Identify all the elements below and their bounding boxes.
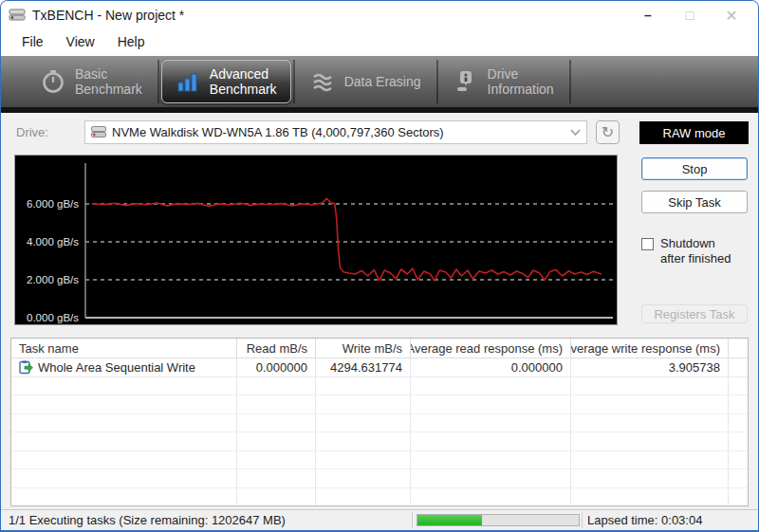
empty-cell	[237, 377, 316, 394]
tab-label-line: Basic	[75, 66, 142, 82]
task-table[interactable]: Task nameRead mB/sWrite mB/sAverage read…	[10, 338, 749, 506]
empty-cell	[11, 469, 237, 486]
empty-cell	[411, 432, 571, 449]
refresh-drive-button[interactable]: ↻	[596, 120, 620, 144]
empty-cell	[11, 395, 237, 413]
empty-cell	[411, 377, 571, 394]
empty-cell	[237, 488, 316, 505]
empty-table-row	[11, 488, 748, 505]
column-header[interactable]: Average read response (ms)	[411, 339, 571, 358]
status-tasks-text: 1/1 Executing tasks (Size remaining: 120…	[9, 513, 286, 527]
empty-cell	[237, 395, 316, 413]
empty-cell	[237, 432, 316, 449]
drive-select[interactable]: NVMe Walkdisk WD-WN5A 1.86 TB (4,000,797…	[84, 120, 587, 144]
empty-cell	[571, 432, 729, 449]
empty-cell	[237, 469, 316, 486]
empty-cell	[571, 414, 729, 431]
empty-cell	[729, 395, 748, 413]
shutdown-label: Shutdown after finished	[660, 236, 731, 266]
shutdown-label-line1: Shutdown	[660, 236, 731, 251]
tab-advanced-benchmark[interactable]: Advanced Benchmark	[161, 60, 291, 103]
menu-view[interactable]: View	[55, 31, 106, 54]
tab-label-line: Drive	[488, 66, 554, 82]
raw-mode-button[interactable]: RAW mode	[639, 121, 749, 144]
menu-help[interactable]: Help	[106, 31, 157, 54]
empty-cell	[11, 451, 237, 468]
column-header[interactable]: Write mB/s	[316, 339, 411, 358]
registers-task-button: Registers Task	[641, 304, 748, 323]
column-header[interactable]: Task name	[11, 339, 237, 358]
task-icon	[19, 360, 33, 375]
window-title: TxBENCH - New project *	[32, 8, 184, 23]
bar-chart-icon	[176, 69, 200, 94]
column-header[interactable]: Average write response (ms)	[571, 339, 729, 358]
empty-cell	[571, 469, 729, 486]
tab-label-line: Benchmark	[210, 82, 277, 97]
shutdown-option: Shutdown after finished	[641, 236, 731, 266]
shred-waves-icon	[310, 69, 335, 94]
close-button[interactable]: ✕	[711, 2, 752, 28]
toolbar-separator	[436, 60, 438, 103]
title-bar: TxBENCH - New project * – □ ✕	[1, 1, 758, 29]
drive-icon	[91, 126, 106, 138]
empty-cell	[316, 469, 411, 486]
task-value-cell: 0.000000	[237, 358, 316, 376]
empty-cell	[571, 451, 729, 468]
empty-cell	[237, 451, 316, 468]
progress-bar	[417, 514, 580, 526]
empty-table-row	[11, 432, 748, 450]
minimize-button[interactable]: –	[627, 2, 669, 28]
empty-cell	[316, 395, 411, 413]
main-toolbar: Basic Benchmark Advanced Benchmark	[1, 56, 758, 107]
empty-cell	[11, 488, 237, 505]
empty-cell	[411, 395, 571, 413]
content-area: Drive: NVMe Walkdisk WD-WN5A 1.86 TB (4,…	[1, 113, 758, 511]
svg-text:0.000 gB/s: 0.000 gB/s	[27, 312, 79, 323]
empty-cell	[411, 488, 571, 505]
empty-cell	[11, 414, 237, 431]
maximize-button[interactable]: □	[669, 2, 711, 28]
stopwatch-icon	[41, 69, 65, 94]
column-header[interactable]: Read mB/s	[237, 339, 316, 358]
empty-cell	[411, 414, 571, 431]
skip-task-button[interactable]: Skip Task	[641, 191, 748, 213]
empty-table-row	[11, 414, 748, 432]
chart-container: 6.000 gB/s4.000 gB/s2.000 gB/s0.000 gB/s	[14, 155, 618, 325]
empty-cell	[729, 488, 748, 505]
refresh-icon: ↻	[602, 125, 614, 140]
empty-table-row	[11, 469, 748, 487]
task-value-cell: 3.905738	[571, 358, 729, 376]
svg-text:2.000 gB/s: 2.000 gB/s	[27, 274, 79, 285]
tab-label-line: Data Erasing	[344, 74, 421, 89]
table-row[interactable]: Whole Area Sequential Write0.0000004294.…	[11, 358, 748, 377]
window-controls: – □ ✕	[627, 1, 752, 29]
empty-cell	[316, 414, 411, 431]
menu-file[interactable]: File	[10, 31, 55, 54]
drive-info-icon	[454, 69, 478, 94]
status-divider	[582, 512, 583, 528]
svg-text:6.000 gB/s: 6.000 gB/s	[27, 198, 79, 210]
chevron-down-icon	[570, 129, 581, 136]
svg-text:4.000 gB/s: 4.000 gB/s	[27, 236, 79, 248]
progress-bar-fill	[417, 515, 482, 525]
empty-table-row	[11, 377, 748, 395]
shutdown-checkbox[interactable]	[641, 238, 654, 250]
column-header-spacer	[729, 339, 748, 358]
tab-drive-information[interactable]: Drive Information	[440, 60, 567, 103]
task-table-body: Whole Area Sequential Write0.0000004294.…	[11, 358, 748, 505]
empty-cell	[11, 432, 237, 449]
tab-label-line: Advanced	[210, 66, 277, 82]
drive-label: Drive:	[16, 125, 48, 139]
empty-table-row	[11, 395, 748, 413]
stop-button[interactable]: Stop	[641, 157, 748, 180]
toolbar-separator	[157, 60, 159, 103]
app-drive-icon	[9, 9, 26, 22]
toolbar-separator	[569, 60, 571, 103]
benchmark-chart: 6.000 gB/s4.000 gB/s2.000 gB/s0.000 gB/s	[15, 156, 617, 324]
empty-cell	[729, 469, 748, 486]
tab-basic-benchmark[interactable]: Basic Benchmark	[28, 60, 156, 103]
tab-data-erasing[interactable]: Data Erasing	[297, 60, 435, 103]
empty-cell	[571, 488, 729, 505]
task-name-cell: Whole Area Sequential Write	[11, 358, 237, 376]
status-divider	[412, 512, 413, 528]
